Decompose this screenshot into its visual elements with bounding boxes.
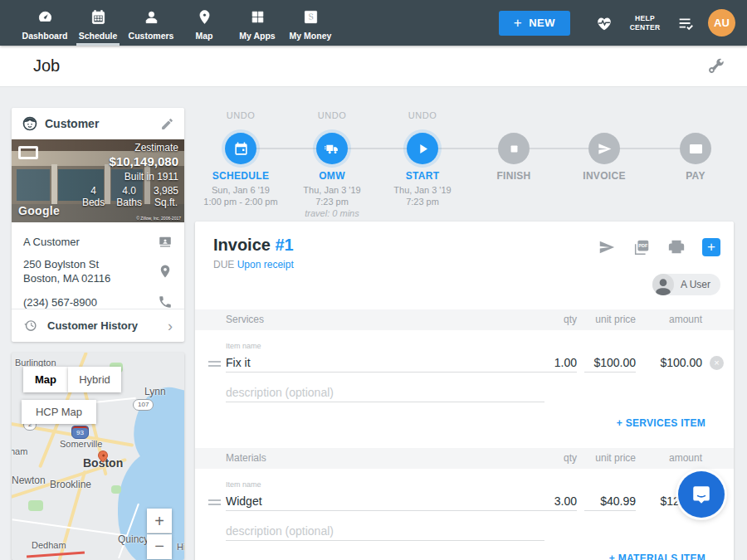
assigned-user-pill[interactable]: A User bbox=[652, 274, 720, 295]
nav-tab-label: My Money bbox=[290, 31, 332, 41]
map-type-button-map[interactable]: Map bbox=[23, 367, 68, 392]
add-invoice-item-button[interactable]: + bbox=[702, 238, 720, 256]
edit-pencil-icon[interactable] bbox=[160, 117, 174, 131]
customer-address-row: 250 Boylston St Boston, MA 02116 bbox=[12, 257, 184, 285]
step-label[interactable]: FINISH bbox=[468, 170, 559, 182]
map-label-lynn: Lynn bbox=[144, 386, 166, 397]
job-tools-icon[interactable] bbox=[706, 56, 725, 76]
step-label[interactable]: PAY bbox=[650, 170, 741, 182]
omw-step-button[interactable] bbox=[316, 133, 348, 164]
help-center-link[interactable]: HELP CENTER bbox=[627, 14, 663, 32]
contact-card-icon[interactable] bbox=[158, 234, 173, 249]
add-services-item-link[interactable]: + SERVICES ITEM bbox=[617, 417, 706, 429]
nav-tab-schedule[interactable]: Schedule bbox=[71, 0, 124, 46]
material-item-description-input[interactable] bbox=[226, 521, 544, 541]
finish-step-button[interactable] bbox=[498, 133, 530, 164]
services-section-header: Services qty unit price amount bbox=[195, 309, 734, 330]
checklist-icon[interactable] bbox=[676, 14, 695, 32]
material-item-unit-price-input[interactable] bbox=[584, 491, 636, 511]
street-view-toggle-icon[interactable] bbox=[18, 146, 38, 159]
svg-text:PDF: PDF bbox=[638, 243, 648, 248]
person-icon bbox=[144, 9, 159, 28]
google-watermark: Google bbox=[18, 204, 60, 217]
step-label[interactable]: OMW bbox=[286, 170, 378, 182]
amount-column-header: amount bbox=[644, 452, 702, 464]
map-zoom-out-button[interactable]: − bbox=[147, 534, 172, 559]
map-panel[interactable]: Burlington Lynn 107 2 93 Somerville ham … bbox=[12, 353, 184, 560]
nav-tab-label: Schedule bbox=[79, 31, 118, 41]
drag-handle-icon[interactable] bbox=[208, 361, 221, 369]
new-button-label: NEW bbox=[529, 17, 555, 29]
qty-column-header: qty bbox=[531, 452, 577, 464]
nav-tab-label: Customers bbox=[129, 31, 174, 41]
zillow-credit: © Zillow, Inc. 2006-2017 bbox=[136, 216, 181, 221]
user-avatar[interactable]: AU bbox=[708, 9, 735, 37]
step-label[interactable]: INVOICE bbox=[559, 170, 650, 182]
address-line1: 250 Boylston St bbox=[23, 258, 99, 270]
address-line2: Boston, MA 02116 bbox=[23, 272, 110, 285]
invoice-actions: PDF + bbox=[598, 238, 720, 256]
phone-icon[interactable] bbox=[158, 295, 173, 309]
service-item-description-input[interactable] bbox=[226, 382, 544, 402]
stop-icon bbox=[506, 141, 522, 157]
due-value-link[interactable]: Upon receipt bbox=[237, 259, 294, 270]
map-label-right-partial: Hi bbox=[177, 542, 184, 552]
pdf-icon[interactable]: PDF bbox=[632, 238, 651, 256]
section-name: Services bbox=[226, 314, 264, 325]
map-label-somerville: Somerville bbox=[60, 439, 102, 449]
location-pin-icon[interactable] bbox=[158, 264, 173, 279]
customer-history-label: Customer History bbox=[47, 319, 168, 332]
service-item-unit-price-input[interactable] bbox=[584, 353, 636, 373]
invoice-step-button[interactable] bbox=[588, 133, 620, 164]
apps-grid-icon bbox=[250, 9, 266, 28]
print-icon[interactable] bbox=[667, 238, 686, 256]
timeline-step-start: UNDO START Thu, Jan 3 '197:23 pm bbox=[377, 110, 468, 207]
service-item-qty-input[interactable] bbox=[531, 353, 577, 373]
send-invoice-icon[interactable] bbox=[598, 238, 616, 256]
plus-icon: + bbox=[514, 15, 522, 32]
undo-link[interactable]: UNDO bbox=[286, 110, 378, 122]
map-type-button-hybrid[interactable]: Hybrid bbox=[68, 367, 121, 392]
map-type-button-hcp[interactable]: HCP Map bbox=[22, 400, 96, 424]
undo-link[interactable]: UNDO bbox=[377, 110, 468, 122]
customer-card-header: Customer bbox=[12, 108, 184, 139]
item-name-label: Item name bbox=[226, 342, 261, 350]
drag-handle-icon[interactable] bbox=[208, 499, 221, 508]
health-heart-icon[interactable] bbox=[595, 14, 613, 32]
nav-tab-map[interactable]: Map bbox=[178, 0, 231, 46]
invoice-number[interactable]: #1 bbox=[275, 236, 293, 254]
material-item-qty-input[interactable] bbox=[531, 491, 577, 511]
invoice-title: Invoice #1 bbox=[213, 236, 294, 255]
invoice-card: Invoice #1 DUE Upon receipt PDF + A User… bbox=[195, 222, 734, 560]
step-label[interactable]: SCHEDULE bbox=[195, 170, 286, 182]
timeline-step-omw: UNDO OMW Thu, Jan 3 '197:23 pmtravel: 0 … bbox=[286, 110, 378, 219]
nav-tab-my-money[interactable]: $ My Money bbox=[284, 0, 337, 46]
customer-history-row[interactable]: Customer History › bbox=[12, 309, 184, 342]
pay-step-button[interactable] bbox=[680, 133, 711, 164]
credit-card-icon bbox=[688, 141, 704, 157]
due-label: DUE bbox=[213, 259, 234, 270]
service-item-name-input[interactable] bbox=[226, 353, 544, 373]
top-nav-right: + NEW HELP CENTER AU bbox=[499, 9, 735, 37]
start-step-button[interactable] bbox=[407, 133, 438, 164]
undo-link[interactable]: UNDO bbox=[195, 110, 286, 122]
nav-tab-customers[interactable]: Customers bbox=[124, 0, 178, 46]
property-photo: Zestimate $10,149,080 Built in 1911 4Bed… bbox=[12, 139, 184, 222]
remove-item-icon[interactable]: × bbox=[710, 356, 724, 370]
schedule-step-button[interactable] bbox=[225, 133, 256, 164]
map-zoom-in-button[interactable]: + bbox=[147, 509, 172, 533]
nav-tab-dashboard[interactable]: Dashboard bbox=[18, 0, 71, 46]
map-park bbox=[111, 485, 121, 494]
map-label-quincy: Quincy bbox=[118, 533, 149, 545]
amount-column-header: amount bbox=[644, 314, 702, 325]
nav-tab-my-apps[interactable]: My Apps bbox=[231, 0, 284, 46]
step-label[interactable]: START bbox=[377, 170, 468, 182]
chat-fab-button[interactable] bbox=[678, 471, 725, 518]
history-clock-icon bbox=[23, 319, 37, 333]
add-materials-item-link[interactable]: + MATERIALS ITEM bbox=[609, 553, 706, 560]
i93-shield: 93 bbox=[71, 426, 89, 439]
materials-section-header: Materials qty unit price amount bbox=[195, 448, 734, 469]
timeline-step-schedule: UNDO SCHEDULE Sun, Jan 6 '191:00 pm - 2:… bbox=[195, 110, 286, 207]
material-item-name-input[interactable] bbox=[226, 491, 544, 511]
new-button[interactable]: + NEW bbox=[499, 11, 570, 36]
